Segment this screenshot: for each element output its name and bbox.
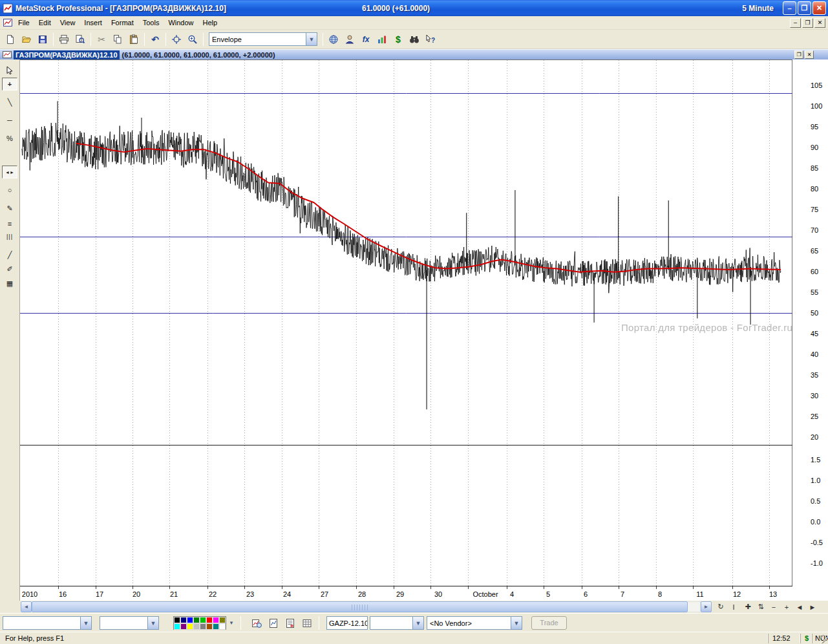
horizontal-line-tool[interactable]: ─ — [2, 114, 17, 127]
percent-tool[interactable]: % — [2, 132, 17, 145]
page-left-button[interactable]: ◄ — [794, 601, 805, 612]
line-style-dropdown[interactable]: ▼ — [3, 616, 92, 630]
scroll-tool[interactable]: ◄► — [2, 166, 17, 178]
whats-this-help-button[interactable]: ? — [423, 32, 438, 47]
save-button[interactable] — [35, 32, 50, 47]
color-swatch[interactable] — [180, 623, 187, 630]
chart-restore-button[interactable]: ❐ — [794, 50, 803, 59]
paste-button[interactable] — [126, 32, 142, 47]
copy-button[interactable] — [110, 32, 125, 47]
expand-spacing-button[interactable]: ✚ — [742, 601, 754, 612]
open-button[interactable] — [19, 32, 34, 47]
close-button[interactable]: ✕ — [812, 1, 826, 15]
chart-page-button[interactable] — [266, 616, 281, 630]
color-swatch[interactable] — [219, 623, 226, 630]
line-weight-dropdown[interactable]: ▼ — [100, 616, 159, 630]
chevron-down-icon[interactable]: ▼ — [147, 617, 158, 629]
ibeam-cursor-button[interactable]: I — [728, 601, 739, 612]
print-preview-button[interactable] — [72, 32, 88, 47]
trade-button[interactable]: Trade — [531, 616, 567, 630]
crosshair-tool[interactable]: + — [2, 78, 17, 91]
expert-advisor-button[interactable] — [342, 32, 357, 47]
color-swatch[interactable] — [206, 617, 213, 623]
color-swatch[interactable] — [193, 623, 200, 630]
menu-tools[interactable]: Tools — [138, 17, 164, 28]
annotation-tool[interactable]: ✐ — [2, 263, 17, 275]
chevron-down-icon[interactable]: ▼ — [80, 617, 91, 629]
chart-window-icon[interactable] — [2, 17, 14, 28]
child-close-button[interactable]: ✕ — [814, 18, 825, 28]
undo-button[interactable]: ↶ — [147, 32, 163, 47]
menu-window[interactable]: Window — [164, 17, 198, 28]
indicator-pane[interactable] — [20, 445, 792, 586]
menu-file[interactable]: File — [14, 17, 34, 28]
ellipse-tool[interactable]: ○ — [2, 184, 17, 197]
cut-button[interactable]: ✂ — [94, 32, 109, 47]
x-axis-label: 11 — [696, 590, 703, 598]
chart-close-button[interactable]: ✕ — [805, 50, 814, 59]
child-minimize-button[interactable]: – — [790, 18, 801, 28]
child-restore-button[interactable]: ❐ — [802, 18, 813, 28]
scrollbar-track[interactable] — [32, 601, 701, 612]
scale-updown-button[interactable]: ⇅ — [755, 601, 767, 612]
text-note-tool[interactable]: ✎ — [2, 202, 17, 215]
dollar-button[interactable]: $ — [390, 32, 406, 47]
color-swatch[interactable] — [219, 617, 226, 623]
menu-view[interactable]: View — [56, 17, 80, 28]
indicator-dropdown[interactable]: Envelope ▼ — [209, 32, 317, 46]
color-swatch[interactable] — [174, 617, 180, 623]
indicator-axis-label: 1.5 — [811, 456, 820, 464]
color-swatch[interactable] — [180, 617, 187, 623]
print-button[interactable] — [56, 32, 72, 47]
report-page-button[interactable] — [282, 616, 297, 630]
pattern-fill-tool[interactable]: ▦ — [2, 277, 17, 290]
resize-grip[interactable] — [819, 635, 827, 643]
zoom-out-button[interactable]: − — [768, 601, 780, 612]
page-right-button[interactable]: ► — [807, 601, 818, 612]
color-swatch[interactable] — [206, 623, 213, 630]
chevron-down-icon[interactable]: ▼ — [306, 33, 317, 45]
color-swatch[interactable] — [200, 623, 206, 630]
fibonacci-lines-tool[interactable]: ≡ — [2, 217, 17, 230]
color-palette-dropdown[interactable]: ▼ — [227, 616, 236, 630]
trendline-tool[interactable]: ╲ — [2, 96, 17, 109]
line-tool[interactable]: ╱ — [2, 248, 17, 261]
vendor-dropdown[interactable]: <No Vendor> ▼ — [427, 616, 522, 630]
vertical-lines-tool[interactable]: ||| — [2, 230, 17, 243]
chevron-down-icon[interactable]: ▼ — [412, 617, 423, 629]
zoom-button[interactable] — [185, 32, 200, 47]
menu-help[interactable]: Help — [198, 17, 222, 28]
scrollbar-thumb[interactable] — [32, 601, 688, 612]
scrollbar-left-arrow[interactable]: ◄ — [21, 601, 32, 612]
system-tester-button[interactable] — [374, 32, 390, 47]
color-swatch[interactable] — [213, 617, 219, 623]
color-swatch[interactable] — [187, 623, 193, 630]
x-axis-tick — [356, 586, 357, 589]
downloader-button[interactable] — [326, 32, 341, 47]
chevron-down-icon[interactable]: ▼ — [511, 617, 522, 629]
minimize-button[interactable]: – — [783, 1, 796, 15]
symbol-input[interactable] — [326, 616, 368, 630]
data-source-dropdown[interactable]: ▼ — [370, 616, 424, 630]
explorer-button[interactable] — [407, 32, 422, 47]
x-axis-tick — [430, 586, 431, 589]
color-swatch[interactable] — [213, 623, 219, 630]
color-swatch[interactable] — [187, 617, 193, 623]
new-button[interactable] — [3, 32, 18, 47]
restore-button[interactable]: ❐ — [798, 1, 811, 15]
menu-insert[interactable]: Insert — [80, 17, 107, 28]
grid-page-button[interactable] — [299, 616, 314, 630]
refresh-button[interactable]: ↻ — [715, 601, 727, 612]
color-swatch[interactable] — [200, 617, 206, 623]
crosshair-pointer-button[interactable] — [169, 32, 184, 47]
price-pane[interactable] — [20, 60, 792, 445]
scrollbar-right-arrow[interactable]: ► — [701, 601, 712, 612]
zoom-in-button[interactable]: + — [781, 601, 792, 612]
color-swatch[interactable] — [193, 617, 200, 623]
indicator-builder-button[interactable]: fx — [358, 32, 374, 47]
pointer-tool[interactable] — [2, 63, 17, 76]
globe-chart-button[interactable] — [249, 616, 264, 630]
menu-format[interactable]: Format — [107, 17, 138, 28]
color-swatch[interactable] — [174, 623, 180, 630]
menu-edit[interactable]: Edit — [34, 17, 56, 28]
